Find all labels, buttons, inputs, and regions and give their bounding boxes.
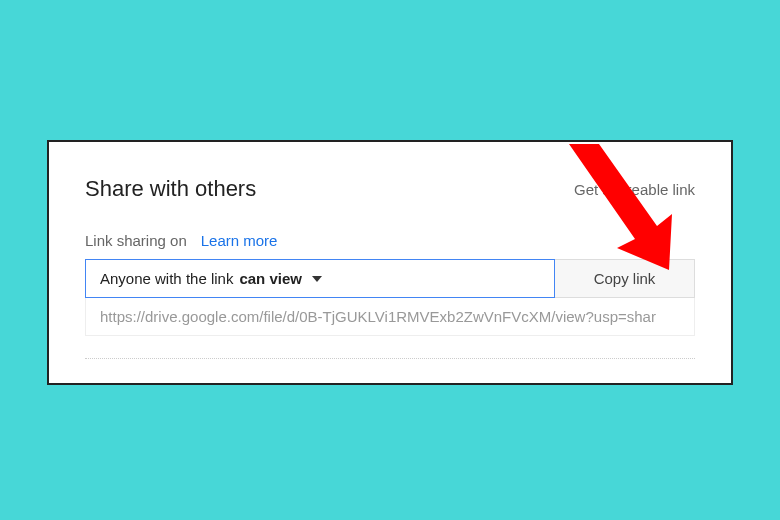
link-sharing-subheader: Link sharing on Learn more xyxy=(85,232,695,249)
get-shareable-link-button[interactable]: Get shareable link xyxy=(574,181,695,198)
link-permission-dropdown[interactable]: Anyone with the link can view xyxy=(85,259,555,298)
divider xyxy=(85,358,695,359)
permission-prefix: Anyone with the link xyxy=(100,270,233,287)
dialog-title: Share with others xyxy=(85,176,256,202)
share-url-field[interactable]: https://drive.google.com/file/d/0B-TjGUK… xyxy=(85,298,695,336)
permission-mode: can view xyxy=(239,270,302,287)
copy-link-button[interactable]: Copy link xyxy=(555,259,695,298)
share-dialog: Share with others Get shareable link Lin… xyxy=(47,140,733,385)
learn-more-link[interactable]: Learn more xyxy=(201,232,278,249)
chevron-down-icon xyxy=(312,276,322,282)
permission-row: Anyone with the link can view Copy link xyxy=(85,259,695,298)
dialog-header: Share with others Get shareable link xyxy=(85,176,695,202)
link-sharing-status: Link sharing on xyxy=(85,232,187,249)
